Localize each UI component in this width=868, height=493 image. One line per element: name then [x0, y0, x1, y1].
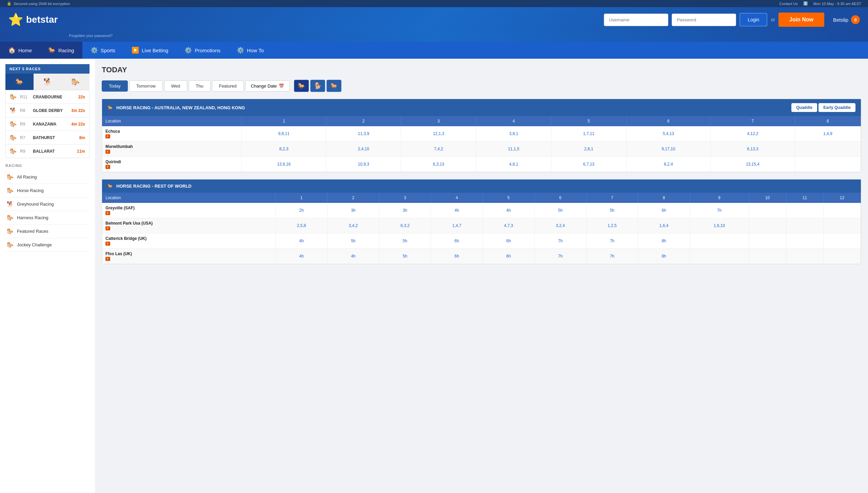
race-cell-12[interactable]	[823, 249, 861, 264]
race-cell-1[interactable]: 2,5,8	[276, 218, 328, 233]
race-cell-4[interactable]: 6h	[431, 249, 483, 264]
race-cell-7[interactable]: 4,12,2	[711, 126, 795, 141]
filter-greyhound-btn[interactable]: 🐕	[310, 80, 325, 92]
race-cell-11[interactable]	[786, 203, 823, 218]
race-cell-3[interactable]: 5h	[379, 249, 431, 264]
race-cell-7[interactable]: 13,15,4	[711, 157, 795, 172]
race-cell-5[interactable]: 6h	[483, 249, 535, 264]
forgotten-password-link[interactable]: Forgotten your password?	[69, 34, 113, 38]
race-cell-6[interactable]: 7h	[534, 249, 586, 264]
race-cell-1[interactable]: 4h	[276, 233, 328, 249]
table-row[interactable]: Greyville (SAF)F2h3h3h4h4h5h5h6h7h	[102, 203, 861, 218]
race-cell-1[interactable]: 13,9,16	[242, 157, 326, 172]
race-cell-7[interactable]: 7h	[586, 249, 638, 264]
race-cell-7[interactable]: 5h	[586, 203, 638, 218]
sidebar-item-harness-racing[interactable]: 🐎 Harness Racing	[5, 211, 90, 225]
race-cell-6[interactable]: 9,17,10	[626, 141, 711, 157]
race-cell-5[interactable]: 2,8,1	[551, 141, 626, 157]
username-input[interactable]	[604, 14, 668, 26]
race-cell-5[interactable]: 6h	[483, 233, 535, 249]
tab-horse[interactable]: 🐎	[5, 74, 34, 90]
race-cell-2[interactable]: 4h	[327, 249, 379, 264]
race-item-1[interactable]: 🐕 R8 GLOBE DERBY 3m 22s	[6, 104, 89, 117]
nav-racing[interactable]: 🐎 Racing	[40, 42, 82, 59]
race-cell-3[interactable]: 5h	[379, 233, 431, 249]
race-cell-3[interactable]: 12,1,3	[401, 126, 476, 141]
sidebar-item-horse-racing[interactable]: 🐎 Horse Racing	[5, 184, 90, 197]
race-cell-10[interactable]	[749, 249, 786, 264]
tab-featured[interactable]: Featured	[212, 80, 244, 92]
race-cell-4[interactable]: 11,1,5	[476, 141, 551, 157]
race-cell-2[interactable]: 10,9,3	[326, 157, 401, 172]
filter-horse-btn[interactable]: 🐎	[294, 80, 309, 92]
table-row[interactable]: Belmont Park Usa (USA)F2,5,83,4,26,3,21,…	[102, 218, 861, 233]
nav-sports[interactable]: ⚙️ Sports	[82, 42, 123, 59]
race-cell-8[interactable]: 1,4,9	[795, 126, 861, 141]
race-cell-5[interactable]: 4,7,3	[483, 218, 535, 233]
race-cell-11[interactable]	[786, 233, 823, 249]
race-cell-8[interactable]	[795, 141, 861, 157]
race-cell-9[interactable]	[690, 233, 749, 249]
race-item-2[interactable]: 🐎 R9 KANAZAWA 4m 22s	[6, 117, 89, 131]
race-cell-2[interactable]: 3,4,2	[327, 218, 379, 233]
race-cell-8[interactable]: 8h	[638, 233, 690, 249]
quaddie-button-anz[interactable]: Quaddie	[791, 103, 817, 112]
race-cell-2[interactable]: 5h	[327, 233, 379, 249]
race-cell-10[interactable]	[749, 203, 786, 218]
race-cell-8[interactable]: 8h	[638, 249, 690, 264]
race-cell-9[interactable]: 7h	[690, 203, 749, 218]
change-date-button[interactable]: Change Date 📅	[245, 80, 290, 92]
table-row[interactable]: Catterick Bridge (UK)F4h5h5h6h6h7h7h8h	[102, 233, 861, 249]
race-cell-5[interactable]: 4h	[483, 203, 535, 218]
betslip-area[interactable]: Betslip 0	[833, 15, 860, 24]
race-cell-8[interactable]: 1,6,4	[638, 218, 690, 233]
race-cell-3[interactable]: 6,3,13	[401, 157, 476, 172]
password-input[interactable]	[672, 14, 736, 26]
race-cell-9[interactable]	[690, 249, 749, 264]
tab-harness[interactable]: 🐎	[61, 74, 90, 90]
race-cell-9[interactable]: 1,6,10	[690, 218, 749, 233]
race-cell-1[interactable]: 8,2,3	[242, 141, 326, 157]
race-cell-4[interactable]: 6h	[431, 233, 483, 249]
table-row[interactable]: EchucaF9,8,1111,3,912,1,33,8,11,7,115,4,…	[102, 126, 861, 141]
race-cell-8[interactable]	[795, 157, 861, 172]
race-cell-1[interactable]: 2h	[276, 203, 328, 218]
race-cell-1[interactable]: 9,8,11	[242, 126, 326, 141]
race-cell-1[interactable]: 4h	[276, 249, 328, 264]
race-cell-3[interactable]: 6,3,2	[379, 218, 431, 233]
table-row[interactable]: Ffos Las (UK)F4h4h5h6h6h7h7h8h	[102, 249, 861, 264]
race-cell-10[interactable]	[749, 233, 786, 249]
sidebar-item-jockey-challenge[interactable]: 🐎 Jockey Challenge	[5, 238, 90, 252]
tab-wed[interactable]: Wed	[164, 80, 188, 92]
join-now-button[interactable]: Join Now	[778, 13, 824, 27]
race-cell-12[interactable]	[823, 233, 861, 249]
race-cell-6[interactable]: 3,2,4	[534, 218, 586, 233]
sidebar-item-featured-races[interactable]: 🐎 Featured Races	[5, 225, 90, 238]
table-row[interactable]: QuirindiF13,9,1610,9,36,3,134,8,16,7,138…	[102, 157, 861, 172]
race-item-3[interactable]: 🐎 R7 BATHURST 8m	[6, 131, 89, 145]
nav-live-betting[interactable]: ▶️ Live Betting	[123, 42, 176, 59]
race-cell-2[interactable]: 3h	[327, 203, 379, 218]
tab-thu[interactable]: Thu	[189, 80, 210, 92]
race-cell-5[interactable]: 1,7,11	[551, 126, 626, 141]
race-cell-8[interactable]: 6h	[638, 203, 690, 218]
early-quaddie-button-anz[interactable]: Early Quaddie	[818, 103, 855, 112]
race-cell-12[interactable]	[823, 218, 861, 233]
race-cell-6[interactable]: 8,2,4	[626, 157, 711, 172]
race-cell-7[interactable]: 1,2,5	[586, 218, 638, 233]
race-cell-4[interactable]: 3,8,1	[476, 126, 551, 141]
race-cell-12[interactable]	[823, 203, 861, 218]
race-cell-11[interactable]	[786, 249, 823, 264]
nav-how-to[interactable]: ⚙️ How To	[229, 42, 272, 59]
race-item-4[interactable]: 🐎 R9 BALLARAT 11m	[6, 145, 89, 158]
race-cell-6[interactable]: 5h	[534, 203, 586, 218]
sidebar-item-greyhound-racing[interactable]: 🐕 Greyhound Racing	[5, 197, 90, 211]
race-cell-11[interactable]	[786, 218, 823, 233]
race-item-0[interactable]: 🐎 R11 CRANBOURNE 22s	[6, 90, 89, 104]
tab-greyhound[interactable]: 🐕	[34, 74, 62, 90]
race-cell-3[interactable]: 3h	[379, 203, 431, 218]
race-cell-6[interactable]: 5,4,13	[626, 126, 711, 141]
nav-promotions[interactable]: ⚙️ Promotions	[176, 42, 229, 59]
race-cell-2[interactable]: 2,4,10	[326, 141, 401, 157]
nav-home[interactable]: 🏠 Home	[0, 42, 40, 59]
